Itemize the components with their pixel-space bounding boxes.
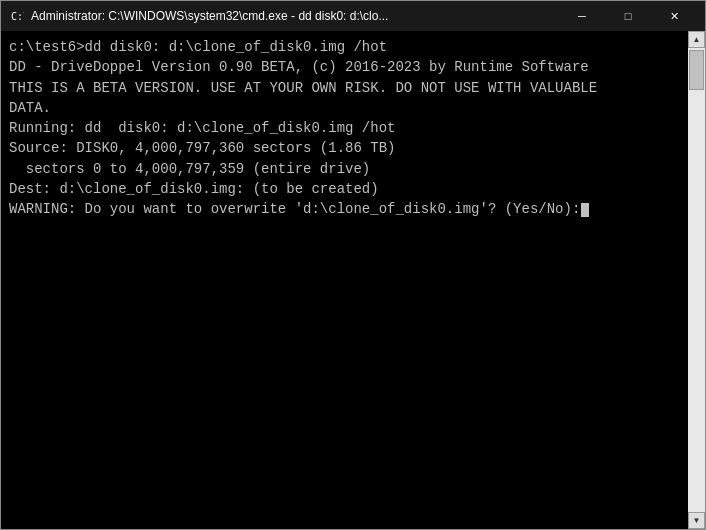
window-controls: ─ □ ✕ (559, 1, 697, 31)
minimize-button[interactable]: ─ (559, 1, 605, 31)
close-button[interactable]: ✕ (651, 1, 697, 31)
scrollbar[interactable]: ▲ ▼ (688, 31, 705, 529)
terminal-line: sectors 0 to 4,000,797,359 (entire drive… (9, 159, 680, 179)
terminal-line: DD - DriveDoppel Version 0.90 BETA, (c) … (9, 57, 680, 77)
terminal-cursor (581, 203, 589, 217)
scroll-up-button[interactable]: ▲ (688, 31, 705, 48)
scroll-down-button[interactable]: ▼ (688, 512, 705, 529)
cmd-window: C:\ Administrator: C:\WINDOWS\system32\c… (0, 0, 706, 530)
terminal-line: Source: DISK0, 4,000,797,360 sectors (1.… (9, 138, 680, 158)
cmd-icon: C:\ (9, 8, 25, 24)
terminal-line: WARNING: Do you want to overwrite 'd:\cl… (9, 199, 680, 219)
terminal-line: Dest: d:\clone_of_disk0.img: (to be crea… (9, 179, 680, 199)
terminal-line: THIS IS A BETA VERSION. USE AT YOUR OWN … (9, 78, 680, 98)
scroll-thumb[interactable] (689, 50, 704, 90)
window-title: Administrator: C:\WINDOWS\system32\cmd.e… (31, 9, 559, 23)
content-area: c:\test6>dd disk0: d:\clone_of_disk0.img… (1, 31, 705, 529)
svg-text:C:\: C:\ (11, 11, 24, 22)
terminal-output[interactable]: c:\test6>dd disk0: d:\clone_of_disk0.img… (1, 31, 688, 529)
scroll-track[interactable] (688, 48, 705, 512)
maximize-button[interactable]: □ (605, 1, 651, 31)
terminal-line: c:\test6>dd disk0: d:\clone_of_disk0.img… (9, 37, 680, 57)
terminal-line: Running: dd disk0: d:\clone_of_disk0.img… (9, 118, 680, 138)
terminal-line: DATA. (9, 98, 680, 118)
title-bar: C:\ Administrator: C:\WINDOWS\system32\c… (1, 1, 705, 31)
